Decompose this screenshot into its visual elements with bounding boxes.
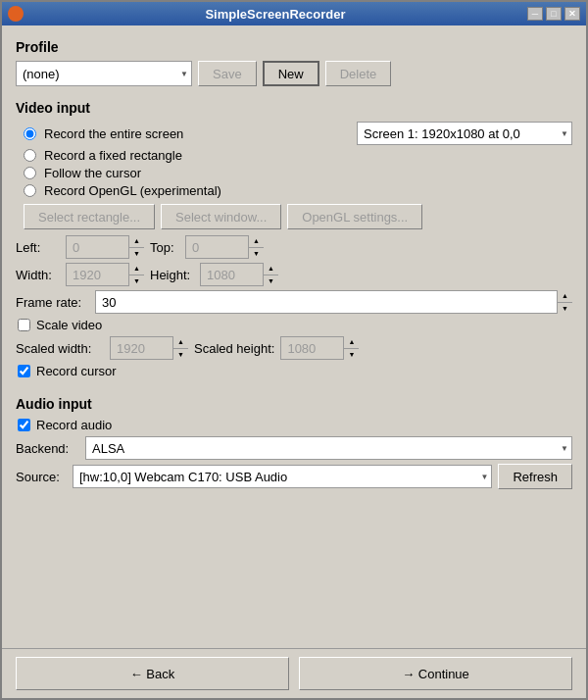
height-down-arrow[interactable]: ▼ [264,275,278,287]
source-select[interactable]: [hw:10,0] Webcam C170: USB Audio [73,465,492,488]
source-row: Source: [hw:10,0] Webcam C170: USB Audio… [16,464,572,489]
left-up-arrow[interactable]: ▲ [129,235,144,248]
minimize-button[interactable]: ─ [527,7,543,21]
record-entire-screen-label: Record the entire screen [44,126,183,141]
width-down-arrow[interactable]: ▼ [129,275,144,287]
top-label: Top: [150,240,179,255]
width-height-row: Width: ▲ ▼ Height: ▲ ▼ [16,263,572,286]
left-down-arrow[interactable]: ▼ [129,248,144,260]
width-arrows: ▲ ▼ [128,263,144,286]
video-input-section: Video input Record the entire screen Scr… [16,96,572,382]
record-fixed-rectangle-label: Record a fixed rectangle [44,148,182,163]
backend-select[interactable]: ALSA [85,436,572,460]
width-label: Width: [16,268,60,282]
follow-cursor-radio[interactable] [24,167,36,179]
refresh-button[interactable]: Refresh [498,464,572,489]
width-up-arrow[interactable]: ▲ [129,263,144,275]
backend-select-wrapper: ALSA [85,436,572,460]
record-cursor-label: Record cursor [36,364,117,378]
profile-label: Profile [16,39,572,55]
source-label: Source: [16,470,67,484]
left-spinbox-wrapper: ▲ ▼ [66,235,144,259]
audio-input-label: Audio input [16,396,572,412]
left-arrows: ▲ ▼ [128,235,144,259]
titlebar-controls: ─ □ ✕ [527,7,580,21]
framerate-input[interactable] [95,290,572,314]
scaled-height-down-arrow[interactable]: ▼ [344,349,359,361]
profile-select-wrapper: (none) [16,61,192,86]
record-audio-label: Record audio [36,418,112,432]
scale-video-label: Scale video [36,318,102,332]
scaled-size-row: Scaled width: ▲ ▼ Scaled height: ▲ ▼ [16,336,572,360]
record-fixed-rectangle-row: Record a fixed rectangle [16,148,572,163]
scaled-width-arrows: ▲ ▼ [172,336,188,360]
top-up-arrow[interactable]: ▲ [249,235,264,248]
left-top-row: Left: ▲ ▼ Top: ▲ ▼ [16,235,572,259]
framerate-down-arrow[interactable]: ▼ [558,303,572,315]
scaled-height-label: Scaled height: [194,341,274,356]
record-fixed-rectangle-radio[interactable] [24,149,36,162]
main-content: Profile (none) Save New Delete Video inp… [2,25,586,648]
follow-cursor-label: Follow the cursor [44,166,141,180]
record-opengl-row: Record OpenGL (experimental) [16,183,572,198]
capture-buttons-row: Select rectangle... Select window... Ope… [16,204,572,229]
backend-row: Backend: ALSA [16,436,572,460]
width-spinbox-wrapper: ▲ ▼ [66,263,144,286]
video-input-label: Video input [16,100,572,116]
record-audio-checkbox[interactable] [18,419,30,431]
back-button[interactable]: ← Back [16,657,289,690]
scale-video-checkbox[interactable] [18,319,30,331]
height-arrows: ▲ ▼ [263,263,278,286]
scaled-width-label: Scaled width: [16,341,104,356]
record-cursor-row: Record cursor [16,364,572,378]
record-entire-screen-row: Record the entire screen Screen 1: 1920x… [16,122,572,145]
titlebar: SimpleScreenRecorder ─ □ ✕ [2,2,586,25]
source-select-wrapper: [hw:10,0] Webcam C170: USB Audio [73,465,492,488]
select-window-button[interactable]: Select window... [161,204,281,229]
maximize-button[interactable]: □ [546,7,562,21]
height-spinbox-wrapper: ▲ ▼ [200,263,278,286]
new-button[interactable]: New [263,61,319,86]
scaled-height-up-arrow[interactable]: ▲ [344,336,359,349]
framerate-input-wrapper: ▲ ▼ [95,290,572,314]
framerate-up-arrow[interactable]: ▲ [558,290,572,303]
close-button[interactable]: ✕ [564,7,580,21]
backend-label: Backend: [16,441,79,456]
audio-input-section: Audio input Record audio Backend: ALSA S… [16,392,572,493]
scale-video-row: Scale video [16,318,572,332]
delete-button[interactable]: Delete [325,61,392,86]
scaled-width-down-arrow[interactable]: ▼ [173,349,188,361]
profile-section: Profile (none) Save New Delete [16,35,572,96]
height-label: Height: [150,268,194,282]
app-icon [8,6,24,22]
profile-row: (none) Save New Delete [16,61,572,86]
record-opengl-radio[interactable] [24,184,36,197]
select-rectangle-button[interactable]: Select rectangle... [24,204,155,229]
follow-cursor-row: Follow the cursor [16,166,572,180]
record-opengl-label: Record OpenGL (experimental) [44,183,221,198]
continue-button[interactable]: → Continue [299,657,572,690]
record-cursor-checkbox[interactable] [18,365,30,377]
framerate-label: Frame rate: [16,295,89,310]
bottom-bar: ← Back → Continue [2,648,586,698]
top-arrows: ▲ ▼ [248,235,264,259]
save-button[interactable]: Save [198,61,257,86]
scaled-width-up-arrow[interactable]: ▲ [173,336,188,349]
scaled-height-spinbox-wrapper: ▲ ▼ [280,336,359,360]
record-entire-screen-radio[interactable] [24,127,36,140]
screen-select-wrapper: Screen 1: 1920x1080 at 0,0 [357,122,572,145]
top-spinbox-wrapper: ▲ ▼ [185,235,264,259]
profile-select[interactable]: (none) [16,61,192,86]
framerate-row: Frame rate: ▲ ▼ [16,290,572,314]
opengl-settings-button[interactable]: OpenGL settings... [287,204,422,229]
framerate-arrows: ▲ ▼ [557,290,572,314]
main-window: SimpleScreenRecorder ─ □ ✕ Profile (none… [0,0,588,700]
record-audio-row: Record audio [16,418,572,432]
screen-select[interactable]: Screen 1: 1920x1080 at 0,0 [357,122,572,145]
scaled-height-arrows: ▲ ▼ [343,336,359,360]
top-down-arrow[interactable]: ▼ [249,248,264,260]
height-up-arrow[interactable]: ▲ [264,263,278,275]
scaled-width-spinbox-wrapper: ▲ ▼ [110,336,188,360]
window-title: SimpleScreenRecorder [24,7,527,22]
left-label: Left: [16,240,60,255]
